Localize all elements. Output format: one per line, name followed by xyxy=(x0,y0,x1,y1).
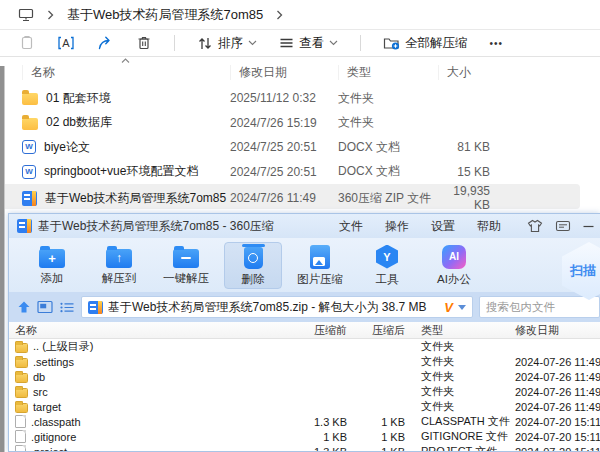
file-icon xyxy=(15,415,26,428)
sort-button[interactable]: 排序 xyxy=(197,35,257,52)
menu-settings[interactable]: 设置 xyxy=(431,218,455,235)
menu-action[interactable]: 操作 xyxy=(385,218,409,235)
list-view-icon[interactable] xyxy=(59,301,75,314)
paste-icon[interactable] xyxy=(20,35,35,51)
file-row[interactable]: springboot+vue环境配置文档 2024/7/25 20:51 DOC… xyxy=(0,160,600,185)
chevron-right-icon[interactable] xyxy=(276,10,283,20)
toolbar-divider xyxy=(360,35,361,51)
folder-icon xyxy=(15,373,28,383)
extract-to-label: 解压到 xyxy=(102,271,137,286)
entry-name: .. (上级目录) xyxy=(33,339,94,354)
delete-label: 删除 xyxy=(242,272,265,287)
entry-date: 2024-07-20 15:11 xyxy=(507,416,600,428)
entry-date: 2024-07-20 15:11 xyxy=(507,431,600,443)
folder-icon xyxy=(15,343,28,353)
column-header-packed[interactable]: 压缩前 xyxy=(299,323,347,338)
column-header-date[interactable]: 修改日期 xyxy=(507,323,600,338)
entry-name: .project xyxy=(31,446,67,452)
archive-row[interactable]: src 文件夹 2024-07-26 11:49 xyxy=(9,384,600,399)
rename-icon[interactable]: A xyxy=(57,35,75,51)
file-date: 2024/7/26 11:49 xyxy=(230,191,338,205)
search-box xyxy=(479,296,600,318)
minimize-button[interactable] xyxy=(583,221,594,231)
extract-to-button[interactable]: 解压到 xyxy=(90,242,148,289)
file-type: 文件夹 xyxy=(338,114,438,131)
archive-row[interactable]: .. (上级目录) 文件夹 xyxy=(9,339,600,354)
file-row-selected[interactable]: 基于Web技术药局管理系统7om85 2024/7/26 11:49 360压缩… xyxy=(0,184,580,209)
file-row[interactable]: 01 配套环境 2025/11/12 0:32 文件夹 xyxy=(0,86,600,111)
sort-arrows-icon xyxy=(197,36,213,51)
entry-name: src xyxy=(33,386,48,398)
archive-row[interactable]: db 文件夹 2024-07-26 11:49 xyxy=(9,369,600,384)
this-pc-icon[interactable] xyxy=(18,7,34,22)
feedback-icon[interactable] xyxy=(555,220,571,233)
file-size: 19,935 KB xyxy=(438,184,490,212)
extract-all-label: 全部解压缩 xyxy=(405,35,468,52)
view-button[interactable]: 查看 xyxy=(279,35,338,52)
search-input[interactable] xyxy=(486,301,593,313)
folder-icon xyxy=(22,93,38,105)
menu-help[interactable]: 帮助 xyxy=(477,218,501,235)
archive-row[interactable]: .settings 文件夹 2024-07-26 11:49 xyxy=(9,354,600,369)
chevron-right-icon[interactable] xyxy=(47,10,54,20)
file-date: 2024/7/25 20:51 xyxy=(230,165,338,179)
menubar: 文件 操作 设置 帮助 xyxy=(339,214,501,238)
column-header-date[interactable]: 修改日期 xyxy=(230,65,338,80)
file-name: springboot+vue环境配置文档 xyxy=(44,163,198,180)
archive-row[interactable]: .project 1.3 KB 1 KB PROJECT 文件 2024-07-… xyxy=(9,444,600,452)
folder-icon xyxy=(15,403,28,413)
column-header-size[interactable]: 大小 xyxy=(438,65,490,80)
up-level-icon[interactable] xyxy=(17,300,31,314)
entry-packed: 1.3 KB xyxy=(299,446,347,452)
skin-theme-icon[interactable] xyxy=(527,219,543,233)
add-button[interactable]: 添加 xyxy=(23,242,81,289)
delete-icon[interactable] xyxy=(136,35,152,51)
entry-name: .gitignore xyxy=(31,431,76,443)
column-header-type[interactable]: 类型 xyxy=(338,65,438,80)
menu-file[interactable]: 文件 xyxy=(339,218,363,235)
tools-hexagon-icon xyxy=(376,245,398,269)
one-click-extract-button[interactable]: 一键解压 xyxy=(157,242,215,289)
image-compress-button[interactable]: 图片压缩 xyxy=(291,242,349,289)
tools-button[interactable]: 工具 xyxy=(358,242,416,289)
archive-row[interactable]: .gitignore 1 KB 1 KB GITIGNORE 文件 2024-0… xyxy=(9,429,600,444)
scan-button[interactable]: 扫描 xyxy=(562,242,600,300)
entry-type: 文件夹 xyxy=(405,399,507,414)
file-date: 2025/11/12 0:32 xyxy=(230,91,338,105)
entry-type: 文件夹 xyxy=(405,384,507,399)
ai-office-button[interactable]: AI办公 xyxy=(425,242,483,289)
extract-folder-icon xyxy=(383,35,400,51)
entry-name: .settings xyxy=(33,356,74,368)
more-options-button[interactable]: ••• xyxy=(490,38,504,49)
file-row[interactable]: 02 db数据库 2024/7/26 15:19 文件夹 xyxy=(0,111,600,136)
archive-path-input[interactable]: 基于Web技术药局管理系统7om85.zip - 解包大小为 38.7 MB V xyxy=(81,296,473,318)
ai-office-label: AI办公 xyxy=(437,272,471,287)
archive-file-list: 名称 压缩前 压缩后 类型 修改日期 .. (上级目录) 文件夹 .settin… xyxy=(9,322,600,452)
window-controls xyxy=(527,214,594,238)
archive-column-headers: 名称 压缩前 压缩后 类型 修改日期 xyxy=(9,322,600,339)
screen: 基于Web技术药局管理系统7om85 A 排序 xyxy=(0,0,600,452)
breadcrumb: 基于Web技术药局管理系统7om85 xyxy=(0,0,600,30)
archive-row[interactable]: target 文件夹 2024-07-26 11:49 xyxy=(9,399,600,414)
vip-badge[interactable]: V xyxy=(444,300,453,315)
file-row[interactable]: biye论文 2024/7/25 20:51 DOCX 文档 81 KB xyxy=(0,135,600,160)
file-name: 基于Web技术药局管理系统7om85 xyxy=(45,190,226,207)
archive-row[interactable]: .classpath 1.3 KB 1 KB CLASSPATH 文件 2024… xyxy=(9,414,600,429)
column-header-name[interactable]: 名称 xyxy=(15,323,299,338)
column-header-type[interactable]: 类型 xyxy=(405,323,507,338)
entry-name: db xyxy=(33,371,45,383)
dropdown-arrow-icon[interactable] xyxy=(458,305,466,310)
share-icon[interactable] xyxy=(97,35,114,51)
column-header-name[interactable]: 名称 xyxy=(22,65,230,80)
entry-name: target xyxy=(33,401,61,413)
explorer-toolbar: A 排序 查看 全部解压缩 •• xyxy=(0,30,600,57)
folder-icon xyxy=(15,358,28,368)
extract-all-button[interactable]: 全部解压缩 xyxy=(383,35,468,52)
background-scrollbar[interactable] xyxy=(0,66,5,452)
delete-button[interactable]: 删除 xyxy=(224,242,282,289)
file-type: 360压缩 ZIP 文件 xyxy=(338,190,438,207)
column-header-unpacked[interactable]: 压缩后 xyxy=(347,323,405,338)
zip-app-icon xyxy=(17,219,32,233)
thumbnail-view-icon[interactable] xyxy=(37,300,53,314)
breadcrumb-folder[interactable]: 基于Web技术药局管理系统7om85 xyxy=(67,6,263,24)
